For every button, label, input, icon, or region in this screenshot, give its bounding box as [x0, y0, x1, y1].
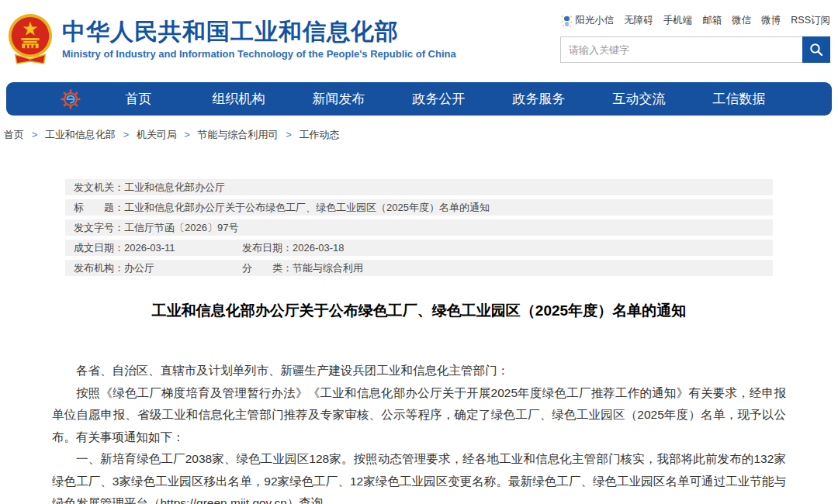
meta-value: 2026-03-11	[124, 240, 175, 256]
miit-gear-logo-icon	[61, 89, 81, 109]
quick-link-accessibility[interactable]: 无障碍	[624, 14, 653, 27]
site-logo-link[interactable]: 中华人民共和国工业和信息化部 Ministry of Industry and …	[6, 11, 456, 67]
paragraph-intro: 按照《绿色工厂梯度培育及管理暂行办法》《工业和信息化部办公厅关于开展2025年度…	[52, 382, 786, 449]
nav-item-news[interactable]: 新闻发布	[289, 90, 389, 108]
meta-row-publisher-category: 发布机构： 办公厅 分 类： 节能与综合利用	[65, 260, 773, 276]
meta-label: 发文字号：	[74, 219, 124, 236]
breadcrumb-separator: >	[286, 129, 292, 140]
breadcrumb-home[interactable]: 首页	[4, 129, 24, 140]
paragraph-salutation: 各省、自治区、直辖市及计划单列市、新疆生产建设兵团工业和信息化主管部门：	[52, 360, 786, 382]
meta-value: 节能与综合利用	[293, 260, 363, 276]
breadcrumb-separator: >	[184, 129, 190, 140]
nav-item-gov-affairs[interactable]: 政务公开	[389, 90, 489, 108]
document-body: 各省、自治区、直辖市及计划单列市、新疆生产建设兵团工业和信息化主管部门： 按照《…	[52, 360, 786, 504]
quick-link-mobile[interactable]: 手机端	[663, 14, 693, 27]
meta-row-issuing-agency: 发文机关： 工业和信息化部办公厅	[65, 179, 773, 195]
quick-links: 阳光小信 无障碍 手机端 邮箱 微信 微博 RSS订阅	[560, 14, 830, 27]
site-title: 中华人民共和国工业和信息化部	[62, 19, 456, 44]
meta-label: 标 题：	[74, 199, 124, 216]
site-subtitle: Ministry of Industry and Information Tec…	[62, 48, 456, 60]
nav-item-home[interactable]: 首页	[88, 90, 189, 108]
site-header: 中华人民共和国工业和信息化部 Ministry of Industry and …	[0, 0, 838, 78]
breadcrumb-separator: >	[32, 129, 38, 140]
quick-link-rss[interactable]: RSS订阅	[791, 14, 830, 27]
meta-value: 工业和信息化部办公厅	[124, 179, 225, 195]
quick-link-mail[interactable]: 邮箱	[702, 14, 722, 27]
breadcrumb-separator: >	[123, 129, 129, 140]
quick-link-wechat[interactable]: 微信	[732, 14, 751, 27]
meta-label: 发文机关：	[74, 179, 124, 195]
meta-row-doc-number: 发文字号： 工信厅节函〔2026〕97号	[65, 219, 773, 236]
paragraph-item-1: 一、新培育绿色工厂2038家、绿色工业园区128家。按照动态管理要求，经各地工业…	[52, 448, 786, 504]
meta-label: 发布日期：	[242, 240, 293, 256]
meta-label: 分 类：	[242, 260, 293, 276]
document-title: 工业和信息化部办公厅关于公布绿色工厂、绿色工业园区（2025年度）名单的通知	[0, 301, 838, 321]
nav-item-interaction[interactable]: 互动交流	[589, 90, 689, 108]
breadcrumb-energy-dept[interactable]: 节能与综合利用司	[198, 129, 279, 140]
breadcrumb-miit[interactable]: 工业和信息化部	[45, 129, 116, 140]
search-box	[560, 36, 830, 63]
search-input[interactable]	[560, 36, 802, 63]
breadcrumb: 首页 > 工业和信息化部 > 机关司局 > 节能与综合利用司 > 工作动态	[4, 128, 838, 142]
nav-item-miit-data[interactable]: 工信数据	[689, 90, 789, 108]
meta-row-dates: 成文日期： 2026-03-11 发布日期： 2026-03-18	[65, 240, 773, 256]
quick-link-chatbot[interactable]: 阳光小信	[561, 14, 614, 27]
meta-row-title: 标 题： 工业和信息化部办公厅关于公布绿色工厂、绿色工业园区（2025年度）名单…	[65, 199, 773, 216]
quick-link-weibo[interactable]: 微博	[761, 14, 781, 27]
breadcrumb-work-news[interactable]: 工作动态	[299, 129, 339, 140]
search-icon	[809, 43, 823, 57]
document-meta-table: 发文机关： 工业和信息化部办公厅 标 题： 工业和信息化部办公厅关于公布绿色工厂…	[65, 179, 773, 276]
search-button[interactable]	[802, 36, 830, 63]
breadcrumb-departments[interactable]: 机关司局	[137, 129, 177, 140]
meta-label: 发布机构：	[74, 260, 124, 276]
meta-value: 办公厅	[124, 260, 154, 276]
nav-item-gov-services[interactable]: 政务服务	[489, 90, 589, 108]
nav-item-organization[interactable]: 组织机构	[189, 90, 289, 108]
meta-value: 工业和信息化部办公厅关于公布绿色工厂、绿色工业园区（2025年度）名单的通知	[124, 199, 490, 216]
meta-value: 工信厅节函〔2026〕97号	[124, 219, 238, 236]
meta-value: 2026-03-18	[293, 240, 345, 256]
meta-label: 成文日期：	[74, 240, 124, 256]
national-emblem-icon	[6, 12, 54, 67]
robot-icon	[561, 15, 573, 27]
header-utilities: 阳光小信 无障碍 手机端 邮箱 微信 微博 RSS订阅	[560, 11, 830, 63]
main-nav: 首页 组织机构 新闻发布 政务公开 政务服务 互动交流 工信数据	[6, 82, 832, 116]
